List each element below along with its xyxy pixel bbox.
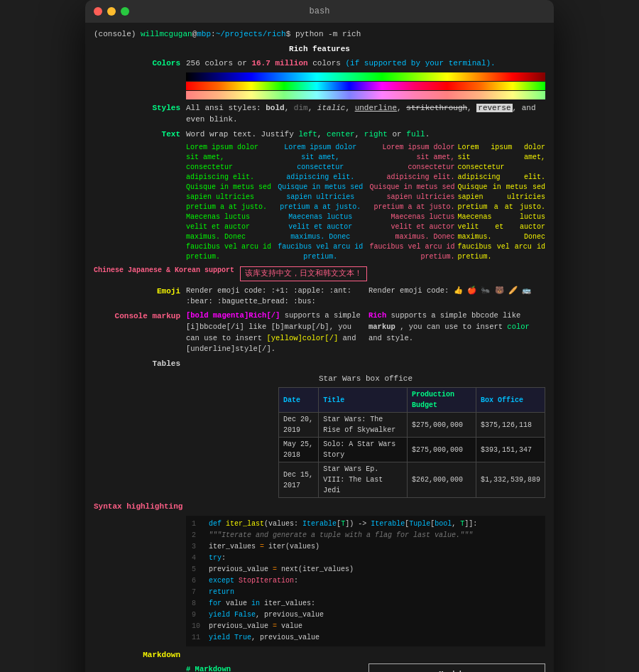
- code-line-7: 7 return: [192, 587, 540, 598]
- tables-section: Tables: [94, 358, 545, 370]
- docstring: """Iterate and generate a tuple with a f…: [209, 531, 473, 539]
- text-content: Word wrap text. Justify left, center, ri…: [186, 129, 545, 141]
- colors-section: Colors 256 colors or 16.7 million colors…: [94, 58, 545, 70]
- style-comma4: ,: [397, 104, 406, 112]
- text-or: or: [388, 130, 406, 139]
- style-dim: dim: [294, 104, 308, 112]
- tp-bool: bool: [435, 520, 452, 528]
- prompt-path: ~/projects/rich: [216, 30, 286, 38]
- kw-except: except: [209, 577, 234, 585]
- colon1: :: [294, 520, 302, 528]
- lorem-full: Lorem ipsum dolor sit amet, consectetur …: [458, 143, 546, 262]
- prompt-dollar: $ python -m rich: [286, 30, 361, 38]
- cm-right: Rich supports a simple bbcode like marku…: [368, 310, 545, 355]
- fn-arg: values: [268, 520, 294, 528]
- console-markup-content: [bold magenta]Rich[/] supports a simple …: [186, 310, 545, 355]
- text-center: center: [327, 130, 355, 139]
- code-block: 1 def iter_last(values: Iterable[T]) -> …: [186, 516, 545, 646]
- cm-rich2: Rich: [368, 311, 386, 320]
- col-date: Date: [279, 388, 319, 413]
- kw-def: def: [209, 520, 222, 528]
- iter-fn: iter(values): [264, 543, 320, 551]
- cell-title-1: Star Wars: The Rise of Skywalker: [319, 413, 408, 438]
- cm-right-text2: , you can use to insert: [400, 323, 507, 331]
- ln1: 1: [192, 519, 204, 530]
- text-section: Text Word wrap text. Justify left, cente…: [94, 129, 545, 141]
- ln4: 4: [192, 553, 204, 564]
- tp-iterable2: Iterable: [371, 520, 405, 528]
- markdown-section: Markdown: [94, 649, 545, 661]
- emoji-section: Emoji Render emoji code: :+1: :apple: :a…: [94, 286, 545, 308]
- titlebar: bash: [85, 0, 554, 23]
- val2: value: [277, 622, 302, 630]
- terminal-body: (console) willmcgugan@mbp:~/projects/ric…: [85, 23, 554, 672]
- table-title: Star Wars box office: [186, 373, 545, 385]
- style-strike: strikethrough: [406, 104, 467, 112]
- console-markup-label: Console markup: [94, 310, 186, 323]
- cell-budget-3: $262,000,000: [407, 462, 476, 498]
- maximize-button[interactable]: [121, 7, 129, 16]
- syntax-label: Syntax highlighting: [94, 501, 188, 513]
- table-row: Dec 15, 2017 Star Wars Ep. VIII: The Las…: [279, 462, 545, 498]
- cm-yellow: [yellow]color[/]: [266, 334, 338, 342]
- code-line-11: 11 yield True, previous_value: [192, 632, 540, 644]
- try-colon: :: [222, 554, 226, 562]
- code-line-1: 1 def iter_last(values: Iterable[T]) -> …: [192, 519, 540, 530]
- code-line-8: 8 for value in iter_values:: [192, 598, 540, 609]
- lorem-left: Lorem ipsum dolor sit amet, consectetur …: [186, 143, 274, 262]
- cm-right-text3: and: [368, 334, 386, 342]
- cell-box-3: $1,332,539,889: [476, 462, 545, 498]
- ln6: 6: [192, 575, 204, 587]
- emoji-label: Emoji: [94, 286, 186, 298]
- prompt-prefix: (console): [94, 30, 141, 38]
- text-comma1: ,: [317, 130, 327, 139]
- text-pre: Word wrap text. Justify: [186, 130, 298, 139]
- colors-paren: (if supported by your terminal).: [345, 59, 495, 67]
- style-comma5: ,: [467, 104, 476, 112]
- cell-title-2: Solo: A Star Wars Story: [319, 438, 408, 462]
- minimize-button[interactable]: [107, 7, 116, 16]
- tables-label: Tables: [94, 358, 186, 370]
- col-budget: Production Budget: [407, 388, 476, 413]
- ln8: 8: [192, 598, 204, 609]
- colors-label: Colors: [94, 58, 186, 70]
- brack5: ]]:: [464, 520, 477, 528]
- text-dot: .: [425, 130, 430, 139]
- ln5: 5: [192, 564, 204, 575]
- starwars-table: Date Title Production Budget Box Office …: [278, 387, 545, 498]
- col-boxoffice: Box Office: [476, 388, 545, 413]
- yield-comma2: , previous_value: [251, 634, 320, 641]
- lorem-center: Lorem ipsum dolor sit amet, consectetur …: [277, 143, 365, 262]
- text-left: left: [298, 130, 317, 139]
- md-heading: # Markdown: [186, 663, 363, 672]
- code-line-10: 10 previous_value = value: [192, 621, 540, 632]
- colors-text3: colors: [308, 59, 346, 67]
- text-full: full: [406, 130, 425, 139]
- yield-true: True: [234, 634, 251, 641]
- kw-for: for: [209, 600, 222, 607]
- style-underline: underline: [355, 104, 397, 112]
- yield-comma1: , previous_value: [256, 611, 324, 619]
- code-line-3: 3 iter_values = iter(values): [192, 541, 540, 553]
- cm-style: style.: [386, 334, 413, 342]
- style-comma1: ,: [285, 104, 294, 112]
- kw-return: return: [209, 588, 234, 596]
- cell-box-2: $393,151,347: [476, 438, 545, 462]
- markdown-left: # Markdown Supports much of the *markdow…: [186, 663, 363, 672]
- ln2: 2: [192, 530, 204, 541]
- rich-title: Rich features: [94, 43, 545, 55]
- in-iter: iter_values:: [260, 600, 315, 607]
- arrow: ->: [354, 520, 371, 528]
- close-button[interactable]: [94, 7, 102, 16]
- styles-section: Styles All ansi styles: bold, dim, itali…: [94, 102, 545, 126]
- text-comma2: ,: [355, 130, 364, 139]
- ln10: 10: [192, 621, 204, 632]
- markdown-container: # Markdown Supports much of the *markdow…: [186, 663, 545, 672]
- ln9: 9: [192, 609, 204, 621]
- prev-val: previous_value: [209, 565, 273, 573]
- markdown-right: Markdown Supports much of the markdown, …: [368, 663, 545, 672]
- colors-256: 16.7 million: [251, 59, 307, 67]
- styles-content: All ansi styles: bold, dim, italic, unde…: [186, 102, 545, 126]
- cm-rich: [bold magenta]Rich[/]: [186, 311, 280, 320]
- code-line-9: 9 yield False, previous_value: [192, 609, 540, 621]
